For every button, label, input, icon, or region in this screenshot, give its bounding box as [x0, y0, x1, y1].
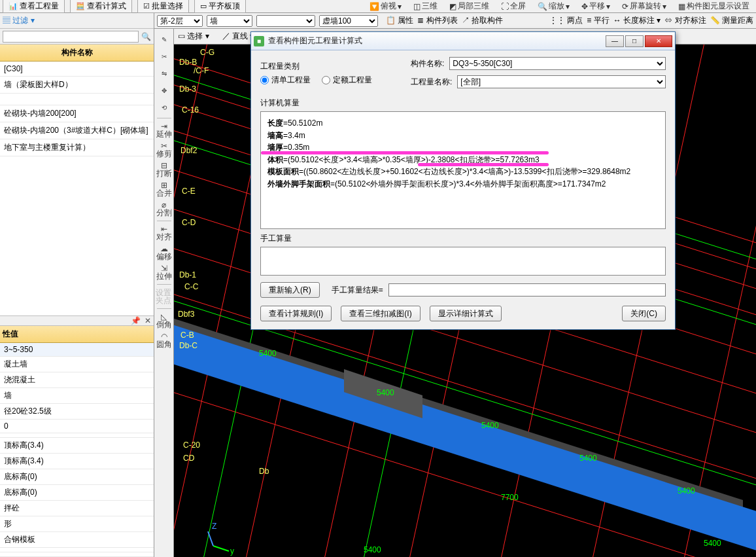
category-select[interactable]: 墙 [207, 15, 252, 27]
top-tab-bar: 📊 查看工程量 🧮 查看计算式 ☑ 批量选择 ▭ 平齐板顶 🔽 俯视 ▾ ◫ 三… [0, 0, 756, 13]
prop-row[interactable]: 浇混凝土 [0, 372, 154, 388]
svg-text:5400: 5400 [704, 539, 721, 548]
prop-row[interactable]: 3~5-350 [0, 343, 154, 357]
select-tool[interactable]: ▭ 选择 ▾ [178, 31, 209, 42]
prop-row[interactable] [0, 552, 154, 557]
filter-icon[interactable]: ▤ 过滤 ▾ [3, 15, 35, 26]
menu-fullscreen[interactable]: ⛶ 全屏 [497, 0, 530, 13]
radio-list-qty[interactable]: 清单工程量 [260, 75, 311, 86]
prop-row[interactable] [0, 548, 154, 552]
list-item[interactable]: 地下室与主楼重复计算） [0, 139, 154, 156]
list-item[interactable]: [C30] [0, 62, 154, 77]
svg-text:7700: 7700 [501, 493, 519, 502]
layer-select[interactable]: 第-2层 [157, 15, 203, 27]
menu-3d[interactable]: ◫ 三维 [409, 0, 441, 13]
vtool-extend[interactable]: ⇥延伸 [156, 121, 173, 139]
prop-row[interactable]: 合钢模板 [0, 532, 154, 548]
property-header: 性值 [0, 326, 154, 343]
properties-button[interactable]: 📋 属性 [386, 15, 413, 26]
property-list: 3~5-350 凝土墙 浇混凝土 墙 径20砼32.5级 0 顶标高(3.4) … [0, 343, 154, 557]
menu-local3d[interactable]: ◩ 局部三维 [445, 0, 493, 13]
align-dim-button[interactable]: ⇔ 对齐标注 [664, 15, 706, 26]
calc-result-box[interactable]: 长度=50.5102m 墙高=3.4m 墙厚=0.35m 体积=(50.5102… [260, 111, 666, 229]
prop-row[interactable]: 径20砼32.5级 [0, 404, 154, 420]
vtool-split[interactable]: ⌀分割 [156, 200, 173, 218]
tab-view-qty[interactable]: 📊 查看工程量 [3, 0, 65, 13]
vtool-crop-icon[interactable]: ✂ [156, 48, 173, 64]
vtool-merge[interactable]: ⊞合并 [156, 180, 173, 198]
vtool-trim[interactable]: ✂修剪 [156, 141, 173, 159]
vtool-pencil-icon[interactable]: ✎ [156, 31, 173, 47]
svg-text:C-16: C-16 [182, 105, 199, 115]
computer-calc-label: 计算机算量 [260, 98, 666, 109]
line-tool[interactable]: ／ 直线 ▾ [222, 31, 254, 42]
prop-row[interactable]: 顶标高(3.4) [0, 454, 154, 469]
subcat-select[interactable] [256, 15, 315, 27]
search-input[interactable] [3, 31, 139, 43]
vtool-align[interactable]: ⇤对齐 [156, 224, 173, 242]
component-list-button[interactable]: ≣ 构件列表 [417, 15, 457, 26]
pick-component-button[interactable]: ↗ 拾取构件 [462, 15, 503, 26]
svg-text:C-G: C-G [200, 48, 215, 57]
prop-row[interactable]: 拌砼 [0, 501, 154, 516]
search-icon[interactable]: 🔍 [141, 32, 151, 41]
vertical-toolbar: ✎ ✂ ⇋ ✥ ⟲ ⇥延伸 ✂修剪 ⊟打断 ⊞合并 ⌀分割 ⇤对齐 ☁偏移 ⇲拉… [154, 29, 174, 557]
radio-quota-qty[interactable]: 定额工程量 [322, 75, 372, 86]
prop-row[interactable]: 底标高(0) [0, 469, 154, 485]
prop-row[interactable]: 顶标高(3.4) [0, 438, 154, 454]
vtool-move-icon[interactable]: ✥ [156, 82, 173, 98]
list-item[interactable]: 墙（梁板图大样D） [0, 77, 154, 94]
prop-row[interactable]: 0 [0, 420, 154, 433]
menu-zoom[interactable]: 🔍 缩放 ▾ [534, 0, 574, 13]
vtool-offset[interactable]: ☁偏移 [156, 243, 173, 262]
length-dim-button[interactable]: ↔ 长度标注 ▾ [613, 15, 661, 26]
vtool-grips[interactable]: 设置夹点 [156, 287, 173, 306]
list-item[interactable]: 砼砌块-内墙200（3#坡道大样C）[砌体墙] [0, 122, 154, 139]
measure-button[interactable]: 📏 测量距离 [710, 15, 753, 26]
prop-row[interactable]: 形 [0, 516, 154, 532]
component-name-select[interactable]: DQ3~5-350[C30] [449, 57, 666, 70]
vtool-chamfer[interactable]: ◺倒角 [156, 312, 173, 330]
tab-batch-select[interactable]: ☑ 批量选择 [137, 0, 189, 13]
component-select[interactable]: 虚墙100 [319, 15, 378, 27]
prop-row[interactable]: 墙 [0, 388, 154, 404]
close-button[interactable]: ✕ [645, 35, 672, 47]
pin-icon[interactable]: 📌 [131, 316, 141, 325]
two-point-button[interactable]: ⋮⋮ 两点 [549, 15, 583, 26]
vtool-mirror-icon[interactable]: ⇋ [156, 65, 173, 81]
menu-display-settings[interactable]: ▦ 构件图元显示设置 [674, 0, 753, 13]
prop-row[interactable]: 底标高(0) [0, 485, 154, 501]
search-bar: 🔍 [0, 29, 154, 45]
view-3d-deduct-button[interactable]: 查看三维扣减图(I) [341, 306, 420, 321]
svg-text:Dbf3: Dbf3 [178, 310, 195, 319]
menu-pan[interactable]: ✥ 平移 ▾ [577, 0, 614, 13]
close-panel-icon[interactable]: ✕ [145, 316, 151, 325]
manual-result-field[interactable] [388, 283, 666, 296]
show-detail-button[interactable]: 显示详细计算式 [430, 306, 502, 321]
vtool-rotate-icon[interactable]: ⟲ [156, 99, 173, 115]
manual-calc-box[interactable] [260, 247, 666, 276]
dialog-titlebar[interactable]: ■ 查看构件图元工程量计算式 — □ ✕ [251, 32, 675, 50]
prop-row[interactable]: 凝土墙 [0, 357, 154, 372]
dialog-close-button[interactable]: 关闭(C) [622, 306, 666, 321]
svg-text:/C-F: /C-F [194, 66, 209, 75]
list-item[interactable]: 砼砌块-内墙200[200] [0, 105, 154, 122]
prop-row[interactable] [0, 433, 154, 438]
qty-name-select[interactable]: [全部] [457, 75, 666, 88]
reenter-button[interactable]: 重新输入(R) [260, 282, 320, 298]
parallel-button[interactable]: ≡ 平行 [587, 15, 609, 26]
vtool-break[interactable]: ⊟打断 [156, 160, 173, 179]
svg-line-50 [213, 546, 229, 551]
view-rule-button[interactable]: 查看计算规则(I) [260, 306, 332, 321]
svg-text:Db-3: Db-3 [179, 84, 196, 94]
tab-level-slab[interactable]: ▭ 平齐板顶 [194, 0, 246, 13]
tab-view-formula[interactable]: 🧮 查看计算式 [70, 0, 132, 13]
svg-text:5400: 5400 [481, 421, 499, 430]
vtool-stretch[interactable]: ⇲拉伸 [156, 263, 173, 281]
menu-topview[interactable]: 🔽 俯视 ▾ [366, 0, 405, 13]
maximize-button[interactable]: □ [625, 35, 644, 47]
vtool-fillet[interactable]: ◠圆角 [156, 331, 173, 350]
menu-rotate[interactable]: ⟳ 屏幕旋转 ▾ [618, 0, 670, 13]
svg-text:C-20: C-20 [183, 440, 200, 450]
minimize-button[interactable]: — [606, 35, 624, 47]
